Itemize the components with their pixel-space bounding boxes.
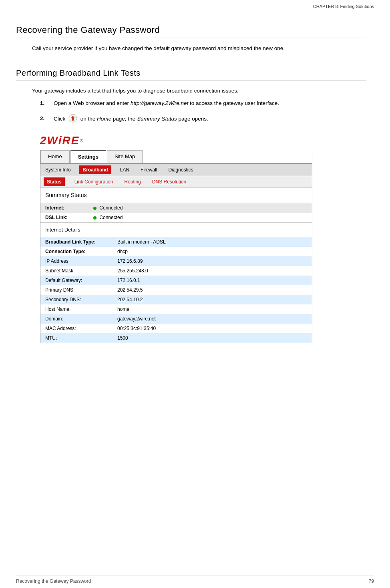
dsl-status-dot (93, 216, 96, 219)
details-row: Subnet Mask:255.255.248.0 (40, 266, 312, 276)
details-cell-value: gateway.2wire.net (113, 314, 312, 324)
details-cell-label: Primary DNS: (40, 285, 113, 295)
logo-text: 2WiRE (40, 132, 79, 149)
details-row: MAC Address:00:25:3c:91:35:40 (40, 324, 312, 333)
details-cell-label: MTU: (40, 333, 113, 343)
details-row: Host Name:home (40, 304, 312, 314)
step-2-text: Click on the Home page; the Summary Stat… (54, 115, 366, 123)
step-1-text: Open a Web browser and enter http://gate… (54, 99, 366, 108)
details-cell-value: home (113, 304, 312, 314)
nav-tab-home[interactable]: Home (40, 150, 70, 163)
nav-tertiary: Status Link Configuration Routing DNS Re… (40, 176, 312, 188)
details-cell-value: 255.255.248.0 (113, 266, 312, 276)
step-1: 1. Open a Web browser and enter http://g… (40, 99, 366, 108)
step-2-summary-status: Summary Status (137, 116, 177, 122)
performing-body: Your gateway includes a test that helps … (16, 87, 366, 343)
dsl-status-text: Connected (99, 215, 123, 220)
home-icon (68, 114, 77, 123)
nav-tab-settings[interactable]: Settings (70, 150, 106, 163)
details-row: Connection Type:dhcp (40, 247, 312, 256)
details-cell-label: Host Name: (40, 304, 113, 314)
step-2-text-middle2: page; the (111, 116, 137, 122)
nav-ter-status[interactable]: Status (44, 177, 65, 186)
details-row: Default Gateway:172.16.0.1 (40, 276, 312, 285)
recovering-title: Recovering the Gateway Password (16, 25, 366, 38)
step-2-home-page: Home (97, 116, 111, 122)
recovering-text: Call your service provider if you have c… (32, 44, 366, 52)
details-row: Broadband Link Type:Built in modem - ADS… (40, 237, 312, 247)
nav-ter-dnsresolution[interactable]: DNS Resolution (151, 177, 188, 186)
screenshot-wrapper: 2WiRE® Home Settings Site Map System Inf… (40, 132, 366, 343)
step-2-number: 2. (40, 115, 51, 123)
details-cell-value: 172.16.6.89 (113, 256, 312, 266)
step-1-text-before: Open a Web browser and enter (54, 100, 131, 106)
details-row: IP Address:172.16.6.89 (40, 256, 312, 266)
details-cell-label: Broadband Link Type: (40, 237, 113, 247)
internet-value: Connected (88, 203, 312, 213)
steps-list: 1. Open a Web browser and enter http://g… (32, 99, 366, 124)
step-2-text-after: page opens. (177, 116, 208, 122)
dsl-label: DSL Link: (40, 213, 88, 222)
details-cell-value: dhcp (113, 247, 312, 256)
details-row: Primary DNS:202.54.29.5 (40, 285, 312, 295)
details-cell-value: 1500 (113, 333, 312, 343)
status-table: Internet: Connected DSL Link: Connected (40, 203, 312, 222)
details-cell-value: Built in modem - ADSL (113, 237, 312, 247)
details-cell-value: 202.54.10.2 (113, 295, 312, 304)
step-1-url: http://gateway.2Wire.net (131, 100, 188, 106)
footer-left: Recovering the Gateway Password (16, 578, 91, 584)
status-row-dsl: DSL Link: Connected (40, 213, 312, 222)
details-cell-value: 202.54.29.5 (113, 285, 312, 295)
details-cell-value: 00:25:3c:91:35:40 (113, 324, 312, 333)
details-cell-label: Secondary DNS: (40, 295, 113, 304)
details-row: MTU:1500 (40, 333, 312, 343)
footer-right: 79 (369, 578, 374, 584)
nav-sec-lan[interactable]: LAN (118, 165, 132, 174)
details-cell-label: Domain: (40, 314, 113, 324)
dsl-value: Connected (88, 213, 312, 222)
nav-ter-routing[interactable]: Routing (123, 177, 142, 186)
details-table: Broadband Link Type:Built in modem - ADS… (40, 237, 312, 343)
step-2-text-middle: on the (80, 116, 97, 122)
chapter-title: CHAPTER 8: Finding Solutions (313, 4, 374, 9)
step-1-text-after: to access the gateway user interface. (188, 100, 279, 106)
internet-status-dot (93, 207, 96, 210)
nav-sec-sysinfo[interactable]: System Info (43, 165, 73, 174)
nav-tab-sitemap[interactable]: Site Map (107, 150, 143, 163)
gateway-box: Home Settings Site Map System Info Broad… (40, 150, 312, 343)
nav-sec-diagnostics[interactable]: Diagnostics (166, 165, 195, 174)
internet-details-header: Internet Details (40, 222, 312, 238)
nav-sec-firewall[interactable]: Firewall (138, 165, 159, 174)
details-cell-label: MAC Address: (40, 324, 113, 333)
nav-ter-linkconfig[interactable]: Link Configuration (73, 177, 115, 186)
status-row-internet: Internet: Connected (40, 203, 312, 213)
performing-title: Performing Broadband Link Tests (16, 68, 366, 81)
recovering-body: Call your service provider if you have c… (16, 44, 366, 52)
step-2: 2. Click on the Home page; the Summary S… (40, 115, 366, 123)
nav-sec-broadband[interactable]: Broadband (79, 165, 111, 174)
summary-status-header: Summary Status (40, 188, 312, 203)
step-2-text-before: Click (54, 116, 67, 122)
logo-bar: 2WiRE® (40, 132, 366, 149)
details-cell-label: Subnet Mask: (40, 266, 113, 276)
internet-status-text: Connected (99, 205, 123, 211)
details-cell-label: Connection Type: (40, 247, 113, 256)
nav-secondary: System Info Broadband LAN Firewall Diagn… (40, 164, 312, 176)
details-row: Domain:gateway.2wire.net (40, 314, 312, 324)
step-1-number: 1. (40, 99, 51, 107)
performing-intro: Your gateway includes a test that helps … (32, 87, 366, 95)
internet-label: Internet: (40, 203, 88, 213)
page-content: Recovering the Gateway Password Call you… (0, 9, 390, 375)
details-cell-label: IP Address: (40, 256, 113, 266)
details-row: Secondary DNS:202.54.10.2 (40, 295, 312, 304)
page-footer: Recovering the Gateway Password 79 (16, 576, 374, 584)
details-cell-label: Default Gateway: (40, 276, 113, 285)
logo-reg: ® (80, 137, 83, 144)
chapter-header: CHAPTER 8: Finding Solutions (0, 0, 390, 9)
details-cell-value: 172.16.0.1 (113, 276, 312, 285)
nav-tabs-top: Home Settings Site Map (40, 150, 312, 164)
